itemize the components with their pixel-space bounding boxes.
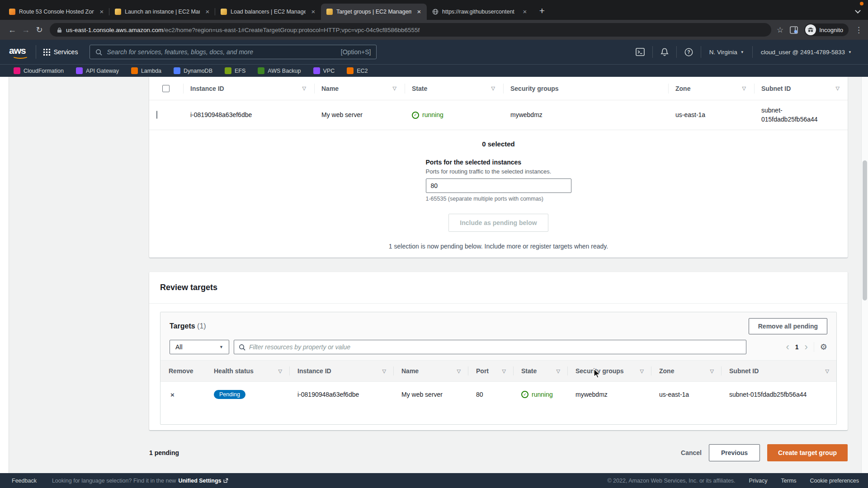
favorite-cloudformation[interactable]: CloudFormation: [14, 67, 64, 74]
tab-title: Target groups | EC2 Manageme: [336, 9, 411, 15]
incognito-label: Incognito: [819, 27, 843, 33]
next-page-icon[interactable]: ›: [805, 343, 808, 352]
favorite-efs[interactable]: EFS: [225, 67, 245, 74]
cloudshell-icon[interactable]: [628, 48, 652, 56]
incognito-badge[interactable]: Incognito: [804, 23, 849, 36]
col-health-status[interactable]: Health status▽: [206, 361, 289, 381]
filter-icon[interactable]: ▽: [278, 368, 282, 374]
close-icon[interactable]: ×: [415, 8, 423, 16]
include-as-pending-button[interactable]: Include as pending below: [448, 214, 548, 232]
instance-row[interactable]: i-08190948a63ef6dbe My web server ✓runni…: [149, 100, 848, 130]
col-state[interactable]: State▽: [513, 361, 567, 381]
cookie-preferences-link[interactable]: Cookie preferences: [810, 478, 859, 484]
favorite-ec2[interactable]: EC2: [347, 67, 368, 74]
filter-icon[interactable]: ▽: [382, 368, 386, 374]
create-target-group-button[interactable]: Create target group: [767, 444, 848, 461]
col-port[interactable]: Port▽: [468, 361, 513, 381]
services-label: Services: [54, 48, 78, 56]
name-cell: My web server: [393, 391, 468, 398]
pending-note: 1 selection is now pending below. Includ…: [389, 243, 608, 250]
terms-link[interactable]: Terms: [781, 478, 797, 484]
filter-type-dropdown[interactable]: All ▼: [170, 340, 229, 354]
new-tab-button[interactable]: +: [535, 5, 549, 18]
side-panel-icon[interactable]: [790, 26, 798, 34]
select-all-checkbox[interactable]: [162, 85, 170, 92]
unified-settings-link[interactable]: Unified Settings: [178, 478, 228, 484]
filter-icon[interactable]: ▽: [742, 85, 746, 91]
close-icon[interactable]: ×: [309, 8, 317, 16]
console-search-bar[interactable]: Search for services, features, blogs, do…: [90, 45, 377, 59]
browser-menu-icon[interactable]: ⋮: [855, 25, 863, 35]
remove-cell: ×: [160, 391, 206, 399]
close-icon[interactable]: ×: [521, 8, 529, 16]
tab-launch-instance[interactable]: Launch an instance | EC2 Man ×: [109, 4, 215, 20]
help-icon[interactable]: ?: [677, 48, 701, 56]
tab-target-groups-active[interactable]: Target groups | EC2 Manageme ×: [321, 4, 427, 20]
col-instance-id[interactable]: Instance ID▽: [183, 77, 314, 100]
review-targets-card: Review targets Targets (1) Remove all pe…: [149, 272, 848, 430]
col-name[interactable]: Name▽: [393, 361, 468, 381]
tab-route53[interactable]: Route 53 Console Hosted Zon ×: [4, 4, 109, 20]
register-targets-card: Instance ID▽ Name▽ State▽ Security group…: [149, 77, 848, 258]
filter-icon[interactable]: ▽: [557, 368, 560, 374]
close-icon[interactable]: ×: [203, 8, 212, 16]
targets-filter-search[interactable]: [234, 340, 746, 354]
col-security-groups[interactable]: Security groups▽: [567, 361, 651, 381]
favorite-lambda[interactable]: Lambda: [131, 67, 161, 74]
account-menu[interactable]: cloud_user @ 2491-4789-5833 ▼: [753, 49, 860, 56]
cancel-button[interactable]: Cancel: [681, 449, 702, 456]
scrollbar-thumb[interactable]: [863, 160, 867, 300]
col-zone[interactable]: Zone▽: [668, 77, 754, 100]
filter-icon[interactable]: ▽: [836, 85, 840, 91]
filter-icon[interactable]: ▽: [457, 368, 461, 374]
col-zone[interactable]: Zone▽: [651, 361, 721, 381]
remove-all-pending-button[interactable]: Remove all pending: [749, 318, 827, 334]
browser-toolbar: ← → ↻ us-east-1.console.aws.amazon.com/e…: [0, 20, 868, 40]
filter-icon[interactable]: ▽: [710, 368, 714, 374]
filter-icon[interactable]: ▽: [302, 85, 306, 91]
col-instance-id[interactable]: Instance ID▽: [289, 361, 393, 381]
previous-page-icon[interactable]: ‹: [786, 343, 789, 352]
page-scrollbar[interactable]: [861, 77, 868, 473]
tab-raw-githubusercontent[interactable]: https://raw.githubusercontent ×: [427, 4, 533, 20]
address-bar[interactable]: us-east-1.console.aws.amazon.com/ec2/hom…: [50, 23, 771, 37]
aws-logo[interactable]: aws: [8, 45, 28, 59]
favorite-vpc[interactable]: VPC: [313, 67, 335, 74]
col-state[interactable]: State▽: [405, 77, 503, 100]
filter-icon[interactable]: ▽: [393, 85, 396, 91]
col-subnet-id[interactable]: Subnet ID▽: [754, 77, 848, 100]
targets-filter-input[interactable]: [249, 343, 741, 351]
bookmark-star-icon[interactable]: ☆: [777, 25, 783, 35]
col-subnet-id[interactable]: Subnet ID▽: [721, 361, 836, 381]
services-menu[interactable]: Services: [43, 48, 78, 56]
search-placeholder: Search for services, features, blogs, do…: [107, 48, 336, 56]
favorite-dynamodb[interactable]: DynamoDB: [174, 67, 212, 74]
reload-button[interactable]: ↻: [33, 25, 46, 35]
tab-load-balancers[interactable]: Load balancers | EC2 Manage ×: [215, 4, 321, 20]
ports-input[interactable]: [426, 178, 571, 193]
pending-count: 1 pending: [149, 449, 179, 456]
previous-button[interactable]: Previous: [709, 444, 760, 461]
table-settings-gear-icon[interactable]: ⚙: [820, 342, 827, 352]
tab-title: Launch an instance | EC2 Man: [125, 9, 200, 15]
back-button[interactable]: ←: [5, 25, 19, 35]
filter-icon[interactable]: ▽: [826, 368, 829, 374]
forward-button[interactable]: →: [19, 25, 33, 35]
privacy-link[interactable]: Privacy: [749, 478, 768, 484]
col-security-groups[interactable]: Security groups: [503, 77, 668, 100]
collapsed-side-nav[interactable]: [0, 77, 9, 473]
notifications-bell-icon[interactable]: [653, 48, 676, 56]
filter-icon[interactable]: ▽: [491, 85, 495, 91]
row-checkbox[interactable]: [156, 111, 157, 119]
remove-target-button[interactable]: ×: [169, 391, 175, 399]
close-icon[interactable]: ×: [98, 8, 106, 16]
col-name[interactable]: Name▽: [314, 77, 405, 100]
region-selector[interactable]: N. Virginia ▼: [701, 49, 752, 56]
chevron-down-icon: ▼: [219, 345, 223, 349]
tab-search-chevron-icon[interactable]: [855, 8, 861, 14]
feedback-link[interactable]: Feedback: [12, 478, 37, 484]
favorite-api-gateway[interactable]: API Gateway: [76, 67, 119, 74]
filter-icon[interactable]: ▽: [640, 368, 644, 374]
filter-icon[interactable]: ▽: [502, 368, 506, 374]
favorite-aws-backup[interactable]: AWS Backup: [258, 67, 301, 74]
